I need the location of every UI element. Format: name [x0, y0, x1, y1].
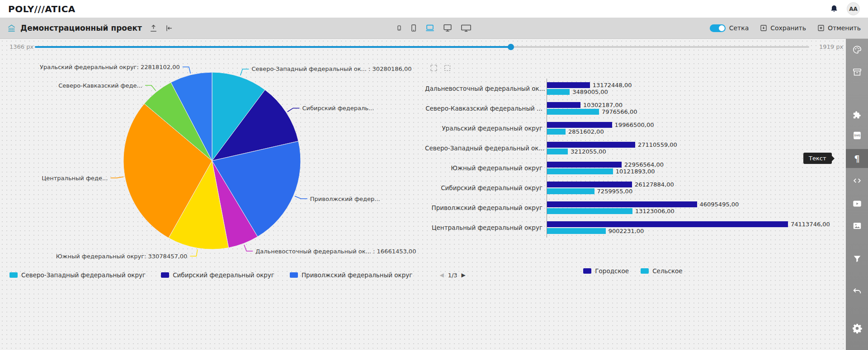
bar-segment[interactable] [547, 89, 570, 95]
code-icon[interactable] [846, 171, 868, 190]
notifications-bell-icon[interactable] [830, 4, 839, 14]
bar-category-label: Приволжский федеральный округ [425, 204, 547, 211]
puzzle-icon[interactable] [846, 106, 868, 125]
pie-label-line [241, 69, 249, 75]
bar-segment[interactable] [547, 149, 568, 154]
image-icon[interactable] [846, 216, 868, 235]
bar-chart-legend: ГородскоеСельское [547, 267, 719, 275]
legend-label: Сибирский федеральный округ [173, 271, 274, 279]
bar-legend-item[interactable]: Сельское [641, 267, 682, 275]
legend-label: Сельское [652, 267, 682, 275]
bar-legend-item[interactable]: Городское [583, 267, 629, 275]
bar-segment[interactable] [547, 182, 632, 187]
legend-prev-icon[interactable]: ◀ [439, 272, 443, 278]
svg-icon[interactable]: SVG [846, 126, 868, 145]
legend-swatch [583, 268, 591, 274]
project-title: Демонстрационный проект [20, 23, 142, 33]
bar-segment[interactable] [547, 122, 612, 128]
sidebar-tooltip-label: Текст [809, 155, 826, 162]
bar-segment[interactable] [547, 82, 590, 88]
bar-row: Уральский федеральный округ19966500,0028… [425, 118, 830, 138]
sidebar-tooltip: Текст [803, 153, 832, 164]
widgets-sidebar: SVG ¶ [846, 39, 868, 350]
bar-segment[interactable] [547, 221, 788, 227]
bar-value-label: 3212055,00 [571, 148, 606, 155]
pie-label-line [295, 196, 307, 199]
width-slider[interactable] [35, 46, 809, 48]
pie-slice-label: Уральский федеральный округ: 22818102,00 [40, 64, 180, 70]
device-size-switcher [395, 23, 473, 33]
device-phone-icon[interactable] [409, 23, 418, 33]
device-monitor-icon[interactable] [442, 23, 453, 33]
bar-segment[interactable] [547, 162, 622, 168]
pie-label-line [110, 177, 123, 178]
selection-frame-icon[interactable] [430, 64, 438, 72]
bar-value-label: 46095495,00 [700, 201, 739, 208]
palette-icon[interactable] [846, 40, 868, 59]
bar-segment[interactable] [547, 142, 635, 148]
collapse-panel-icon[interactable] [165, 24, 174, 33]
slider-handle[interactable] [508, 44, 514, 50]
bar-segment[interactable] [547, 228, 606, 234]
settings-icon[interactable] [846, 319, 868, 338]
pie-chart-legend: Северо-Западный федеральный округСибирск… [9, 271, 466, 279]
legend-swatch [641, 268, 649, 274]
cancel-icon [817, 24, 825, 32]
save-button-label: Сохранить [770, 24, 806, 32]
undo-icon[interactable] [846, 281, 868, 300]
pie-label-line [244, 245, 253, 251]
bar-segment[interactable] [547, 102, 580, 108]
grid-toggle[interactable] [710, 24, 726, 32]
bar-category-label: Сибирский федеральный округ [425, 184, 547, 191]
slider-min-label: 1366 px [9, 43, 33, 50]
slider-max-label: 1919 px [819, 43, 843, 50]
legend-swatch [290, 272, 298, 278]
filter-icon[interactable] [846, 249, 868, 268]
legend-next-icon[interactable]: ▶ [462, 272, 466, 278]
text-icon[interactable]: ¶ [846, 149, 868, 168]
bar-category-label: Уральский федеральный округ [425, 125, 547, 132]
video-icon[interactable] [846, 194, 868, 213]
dashed-frame-icon[interactable] [443, 64, 451, 72]
bar-segment[interactable] [547, 208, 632, 214]
pie-legend-item[interactable]: Сибирский федеральный округ [161, 271, 274, 279]
pie-slice-label: Северо-Западный федеральный ок... : 3028… [251, 65, 411, 72]
bar-segment[interactable] [547, 129, 566, 135]
pie-legend-item[interactable]: Приволжский федеральный округ [290, 271, 412, 279]
bar-value-label: 22956564,00 [624, 161, 664, 168]
bar-segment[interactable] [547, 188, 594, 194]
export-icon[interactable] [149, 24, 158, 33]
archive-icon[interactable] [846, 63, 868, 82]
bar-category-label: Северо-Западный федеральный ок... [425, 145, 547, 152]
avatar[interactable]: AA [847, 2, 860, 15]
pie-legend-item[interactable]: Северо-Западный федеральный округ [9, 271, 146, 279]
pie-slice-label: Южный федеральный округ: 33078457,00 [56, 253, 188, 260]
bar-value-label: 26127884,00 [635, 181, 674, 188]
bar-row: Южный федеральный округ22956564,00101218… [425, 158, 830, 178]
bar-segment[interactable] [547, 168, 613, 174]
bar-row: Северо-Западный федеральный ок...2711055… [425, 138, 830, 158]
pie-label-line [145, 85, 156, 91]
bar-value-label: 74113746,00 [791, 221, 830, 228]
save-button[interactable]: Сохранить [760, 24, 806, 32]
bar-value-label: 13172448,00 [593, 82, 632, 89]
pie-slice-label: Сибирский федераль... [302, 105, 374, 112]
grid-toggle-knob [719, 25, 725, 31]
bar-segment[interactable] [547, 201, 697, 207]
bar-category-label: Южный федеральный округ [425, 164, 547, 172]
legend-label: Северо-Западный федеральный округ [21, 271, 146, 279]
legend-label: Приволжский федеральный округ [302, 271, 412, 279]
device-widescreen-icon[interactable] [459, 23, 473, 33]
pie-slice-label: Центральный феде... [42, 175, 108, 182]
bar-value-label: 10121893,00 [616, 168, 655, 175]
logo: POLY///ATICA [8, 4, 75, 14]
pie-label-line [288, 108, 300, 112]
bar-widget-tools [430, 64, 451, 72]
bar-category-label: Центральный федеральный округ [425, 224, 547, 231]
bar-chart: Дальневосточный федеральный ок...1317244… [425, 79, 830, 238]
device-laptop-icon[interactable] [424, 23, 436, 33]
bar-segment[interactable] [547, 109, 599, 115]
cancel-button[interactable]: Отменить [817, 24, 861, 32]
bar-row: Центральный федеральный округ74113746,00… [425, 218, 830, 238]
device-phone-small-icon[interactable] [395, 23, 403, 33]
